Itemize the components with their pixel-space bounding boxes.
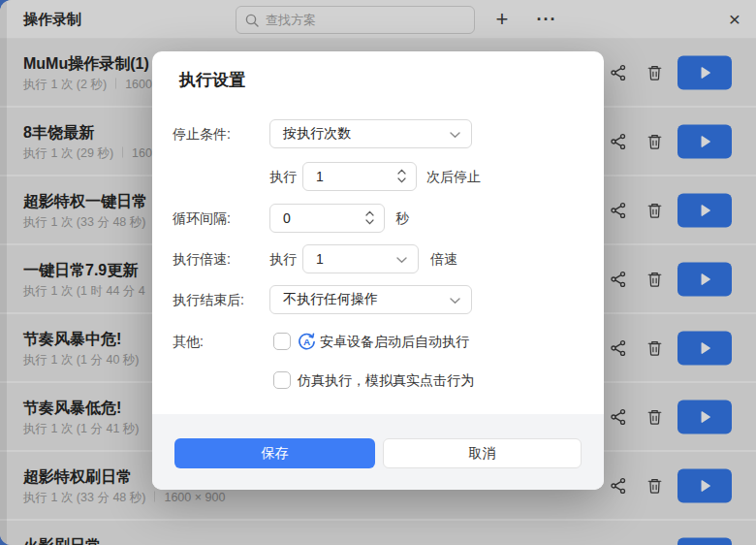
times-input[interactable]: 1: [302, 162, 417, 191]
interval-input[interactable]: 0: [269, 204, 385, 233]
simulate-checkbox[interactable]: [273, 371, 291, 389]
simulate-option-label: 仿真执行，模拟真实点击行为: [298, 371, 474, 390]
stop-condition-label: 停止条件:: [173, 119, 231, 148]
autostart-option-label: 安卓设备启动后自动执行: [320, 333, 469, 351]
save-button[interactable]: 保存: [174, 438, 375, 468]
times-prefix: 执行: [269, 162, 297, 191]
autostart-checkbox[interactable]: [273, 333, 291, 350]
stepper-down-icon[interactable]: [397, 177, 406, 183]
stepper-up-icon[interactable]: [365, 210, 374, 216]
interval-suffix: 秒: [395, 204, 409, 233]
chevron-down-icon: [450, 132, 460, 139]
after-label: 执行结束后:: [173, 285, 244, 314]
times-suffix: 次后停止: [426, 162, 481, 191]
svg-text:A: A: [303, 337, 310, 347]
speed-select[interactable]: 1: [302, 244, 419, 273]
after-execution-select[interactable]: 不执行任何操作: [269, 285, 472, 314]
autostart-app-icon: A: [298, 333, 316, 351]
speed-suffix: 倍速: [430, 244, 457, 273]
stepper-down-icon[interactable]: [365, 219, 374, 225]
dialog-title: 执行设置: [179, 69, 245, 91]
speed-label: 执行倍速:: [173, 244, 231, 273]
chevron-down-icon: [450, 298, 460, 305]
interval-label: 循环间隔:: [173, 204, 231, 233]
cancel-button[interactable]: 取消: [383, 438, 582, 468]
execution-settings-dialog: 执行设置 停止条件: 按执行次数 执行 1 次后停止 循环间隔: 0 秒: [152, 51, 604, 490]
dialog-footer: 保存 取消: [152, 414, 604, 490]
speed-prefix: 执行: [269, 244, 297, 273]
stepper-up-icon[interactable]: [397, 169, 406, 175]
others-label: 其他:: [173, 327, 204, 356]
chevron-down-icon: [396, 257, 407, 264]
stop-condition-select[interactable]: 按执行次数: [269, 119, 472, 148]
app-window: 操作录制 + ··· × MuMu操作录制(1) 执行 1 次 (2 秒)160…: [0, 0, 756, 545]
